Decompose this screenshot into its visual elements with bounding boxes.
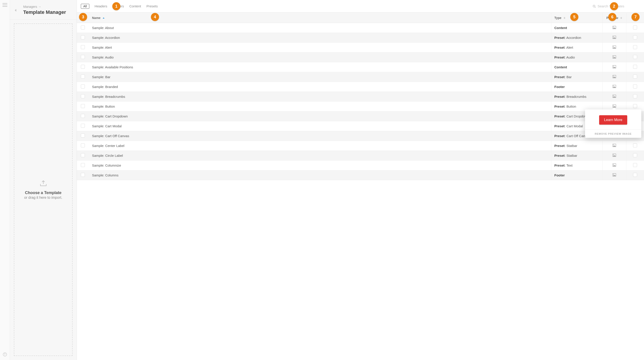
table-row[interactable]: Sample: ColumnsFooter bbox=[77, 170, 644, 180]
image-icon[interactable] bbox=[612, 75, 616, 79]
table-row[interactable]: Sample: Circle LabelPreset: Statbar bbox=[77, 151, 644, 160]
learn-more-button[interactable]: Learn More bbox=[599, 115, 627, 124]
row-checkbox[interactable] bbox=[81, 104, 85, 108]
row-select-checkbox[interactable] bbox=[633, 35, 637, 39]
row-checkbox[interactable] bbox=[81, 35, 85, 39]
image-icon[interactable] bbox=[612, 85, 616, 89]
row-select-checkbox[interactable] bbox=[633, 153, 637, 157]
row-name: Sample: Columnize bbox=[92, 164, 121, 167]
image-icon[interactable] bbox=[612, 46, 616, 49]
table-row[interactable]: Sample: AccordionPreset: Accordion bbox=[77, 33, 644, 43]
filter-all[interactable]: All bbox=[81, 4, 89, 9]
breadcrumb[interactable]: Managers → bbox=[23, 5, 71, 8]
table-row[interactable]: Sample: AboutContent bbox=[77, 23, 644, 33]
sidebar: Managers → Template Manager Choose a Tem… bbox=[10, 0, 77, 360]
table-row[interactable]: Sample: Cart ModalPreset: Cart Modal bbox=[77, 121, 644, 131]
svg-point-14 bbox=[614, 86, 614, 86]
table-row[interactable]: Sample: Center LabelPreset: Statbar bbox=[77, 141, 644, 151]
row-select-checkbox[interactable] bbox=[633, 94, 637, 98]
row-name: Sample: Branded bbox=[92, 85, 118, 89]
col-name-header[interactable]: Name bbox=[89, 13, 551, 23]
col-check-header[interactable] bbox=[77, 13, 89, 23]
row-name: Sample: Center Label bbox=[92, 144, 124, 148]
table-row[interactable]: Sample: ButtonPreset: Button bbox=[77, 102, 644, 112]
row-select-checkbox[interactable] bbox=[633, 26, 637, 30]
image-icon[interactable] bbox=[612, 144, 616, 148]
row-checkbox[interactable] bbox=[81, 55, 85, 59]
col-type-header[interactable]: Type bbox=[551, 13, 602, 23]
menu-icon[interactable] bbox=[2, 3, 7, 7]
row-type: Preset: Text bbox=[554, 164, 572, 167]
table-row[interactable]: Sample: Cart DropdownPreset: Cart Dropdo… bbox=[77, 112, 644, 121]
row-checkbox[interactable] bbox=[81, 163, 85, 167]
row-type: Footer bbox=[554, 85, 565, 89]
help-icon[interactable]: ? bbox=[0, 352, 10, 356]
image-icon[interactable] bbox=[612, 173, 616, 177]
dropzone-line1: Choose a Template bbox=[25, 190, 62, 195]
row-type: Preset: Statbar bbox=[554, 154, 578, 158]
row-type: Preset: Accordion bbox=[554, 36, 581, 40]
col-preview-header[interactable]: Preview bbox=[602, 13, 626, 23]
row-checkbox[interactable] bbox=[81, 65, 85, 69]
sidebar-header: Managers → Template Manager bbox=[10, 0, 76, 20]
row-checkbox[interactable] bbox=[81, 153, 85, 157]
row-checkbox[interactable] bbox=[81, 134, 85, 138]
row-checkbox[interactable] bbox=[81, 173, 85, 177]
image-icon[interactable] bbox=[612, 65, 616, 69]
select-all-checkbox[interactable] bbox=[80, 16, 84, 20]
row-select-checkbox[interactable] bbox=[633, 84, 637, 88]
svg-point-6 bbox=[614, 46, 614, 47]
table-row[interactable]: Sample: BreadcrumbsPreset: Breadcrumbs bbox=[77, 92, 644, 102]
search-input[interactable] bbox=[598, 4, 631, 8]
image-icon[interactable] bbox=[612, 36, 616, 40]
row-select-checkbox[interactable] bbox=[633, 74, 637, 78]
dropzone-wrap: Choose a Template or drag it here to imp… bbox=[10, 20, 76, 360]
image-icon[interactable] bbox=[612, 26, 616, 30]
row-type: Preset: Bar bbox=[554, 75, 572, 79]
svg-point-16 bbox=[614, 95, 614, 96]
search-field[interactable] bbox=[593, 4, 640, 8]
row-select-checkbox[interactable] bbox=[633, 55, 637, 59]
image-icon[interactable] bbox=[612, 56, 616, 59]
filter-presets[interactable]: Presets bbox=[146, 4, 158, 8]
image-icon[interactable] bbox=[612, 95, 616, 98]
table-row[interactable]: Sample: AudioPreset: Audio bbox=[77, 52, 644, 62]
filter-content[interactable]: Content bbox=[129, 4, 141, 8]
row-select-checkbox[interactable] bbox=[633, 143, 637, 148]
row-select-checkbox[interactable] bbox=[633, 65, 637, 69]
svg-point-28 bbox=[614, 154, 614, 155]
back-icon[interactable] bbox=[15, 9, 16, 12]
row-name: Sample: Breadcrumbs bbox=[92, 95, 125, 98]
row-checkbox[interactable] bbox=[81, 114, 85, 118]
row-select-checkbox[interactable] bbox=[633, 45, 637, 49]
row-checkbox[interactable] bbox=[81, 143, 85, 148]
image-icon[interactable] bbox=[612, 154, 616, 158]
import-dropzone[interactable]: Choose a Template or drag it here to imp… bbox=[14, 24, 72, 356]
row-type: Preset: Button bbox=[554, 104, 576, 108]
col-select-header bbox=[626, 13, 644, 23]
table-row[interactable]: Sample: BarPreset: Bar bbox=[77, 72, 644, 82]
row-select-checkbox[interactable] bbox=[633, 104, 637, 108]
row-checkbox[interactable] bbox=[81, 45, 85, 49]
table-row[interactable]: Sample: ColumnizePreset: Text bbox=[77, 160, 644, 170]
remove-preview-button[interactable]: REMOVE PREVIEW IMAGE bbox=[585, 130, 641, 138]
svg-point-10 bbox=[614, 66, 614, 66]
table-row[interactable]: Sample: AlertPreset: Alert bbox=[77, 43, 644, 52]
image-icon[interactable] bbox=[612, 164, 616, 167]
row-name: Sample: Cart Modal bbox=[92, 124, 122, 128]
filter-footers[interactable]: Footers bbox=[112, 4, 124, 8]
svg-point-26 bbox=[614, 144, 614, 145]
left-gutter: ? bbox=[0, 0, 10, 360]
row-checkbox[interactable] bbox=[81, 94, 85, 98]
row-select-checkbox[interactable] bbox=[633, 163, 637, 167]
table-row[interactable]: Sample: Cart Off CanvasPreset: Cart Off … bbox=[77, 131, 644, 141]
table-row[interactable]: Sample: BrandedFooter bbox=[77, 82, 644, 92]
row-checkbox[interactable] bbox=[81, 84, 85, 88]
table-row[interactable]: Sample: Available PositionsContent bbox=[77, 62, 644, 72]
svg-point-2 bbox=[614, 26, 614, 27]
filter-headers[interactable]: Headers bbox=[95, 4, 108, 8]
row-checkbox[interactable] bbox=[81, 124, 85, 128]
row-checkbox[interactable] bbox=[81, 26, 85, 30]
row-select-checkbox[interactable] bbox=[633, 173, 637, 177]
row-checkbox[interactable] bbox=[81, 74, 85, 78]
